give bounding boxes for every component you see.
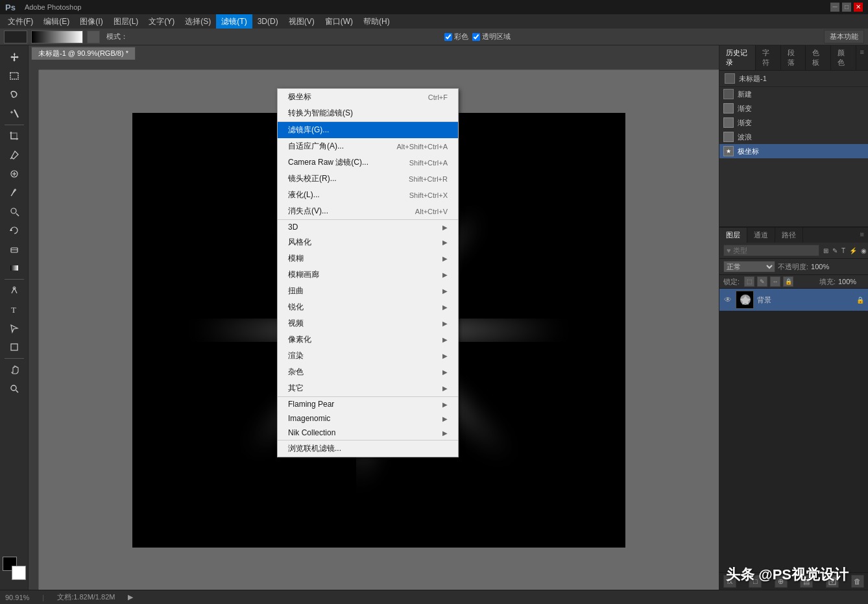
ps-logo: Ps xyxy=(5,3,16,12)
title-text: Adobe Photoshop xyxy=(25,3,81,11)
doc-size-arrow[interactable]: ▶ xyxy=(128,593,133,601)
lock-image-btn[interactable]: ✎ xyxy=(757,276,767,287)
lock-position-btn[interactable]: ↔ xyxy=(770,276,780,287)
panel-options-button[interactable]: ≡ xyxy=(856,45,868,70)
filter-convert-smart[interactable]: 转换为智能滤镜(S) xyxy=(278,105,458,121)
svg-point-15 xyxy=(11,385,16,391)
menu-image[interactable]: 图像(I) xyxy=(75,14,108,29)
filter-pixelate[interactable]: 像素化 ▶ xyxy=(278,332,458,348)
pen-tool[interactable] xyxy=(3,282,26,300)
menu-view[interactable]: 视图(V) xyxy=(283,14,320,29)
filter-sharpen[interactable]: 锐化 ▶ xyxy=(278,299,458,315)
menu-select[interactable]: 选择(S) xyxy=(180,14,216,29)
canvas-viewport[interactable]: 极坐标 Ctrl+F 转换为智能滤镜(S) 滤镜库(G)... 自 xyxy=(29,60,719,590)
menu-3d[interactable]: 3D(D) xyxy=(252,14,283,29)
filter-3d[interactable]: 3D ▶ xyxy=(278,220,458,234)
selection-tool[interactable] xyxy=(3,67,26,85)
minimize-button[interactable]: ─ xyxy=(830,3,839,12)
opacity-value[interactable]: 100% xyxy=(811,263,837,271)
document-tab[interactable]: 未标题-1 @ 90.9%(RGB/8) * xyxy=(31,47,136,60)
history-item-new[interactable]: 新建 xyxy=(719,87,868,101)
filter-gallery[interactable]: 滤镜库(G)... xyxy=(278,122,458,138)
fill-value[interactable]: 100% xyxy=(838,278,864,285)
transparency-checkbox[interactable]: 透明区域 xyxy=(472,32,511,42)
filter-stylize[interactable]: 风格化 ▶ xyxy=(278,234,458,250)
lasso-tool[interactable] xyxy=(3,86,26,104)
close-button[interactable]: ✕ xyxy=(854,3,863,12)
filter-blur-gallery[interactable]: 模糊画廊 ▶ xyxy=(278,267,458,283)
svg-rect-11 xyxy=(10,265,18,271)
menu-type[interactable]: 文字(Y) xyxy=(143,14,180,29)
tab-channels[interactable]: 通道 xyxy=(747,228,775,243)
layer-delete-btn[interactable]: 🗑 xyxy=(851,575,864,588)
crop-tool[interactable] xyxy=(3,127,26,145)
brush-tool[interactable] xyxy=(3,184,26,202)
tab-character[interactable]: 字符 xyxy=(756,45,781,70)
layer-visibility-icon[interactable]: 👁 xyxy=(723,295,732,304)
healing-tool[interactable] xyxy=(3,165,26,183)
filter-polar-coordinates-recent[interactable]: 极坐标 Ctrl+F xyxy=(278,89,458,105)
window-controls[interactable]: ─ □ ✕ xyxy=(830,3,863,12)
layers-options-button[interactable]: ≡ xyxy=(856,228,868,243)
history-brush-tool[interactable] xyxy=(3,221,26,239)
filter-adaptive-wide[interactable]: 自适应广角(A)... Alt+Shift+Ctrl+A xyxy=(278,138,458,154)
filter-lens-correction[interactable]: 镜头校正(R)... Shift+Ctrl+R xyxy=(278,171,458,187)
layer-filter-icon2[interactable]: ✎ xyxy=(831,247,839,254)
menu-help[interactable]: 帮助(H) xyxy=(358,14,395,29)
menu-window[interactable]: 窗口(W) xyxy=(320,14,358,29)
maximize-button[interactable]: □ xyxy=(842,3,851,12)
layer-filter-icon1[interactable]: ⊞ xyxy=(822,247,830,254)
lock-transparent-btn[interactable]: ⬚ xyxy=(744,276,754,287)
filter-liquify[interactable]: 液化(L)... Shift+Ctrl+X xyxy=(278,187,458,203)
menu-layer[interactable]: 图层(L) xyxy=(108,14,144,29)
tab-paragraph[interactable]: 段落 xyxy=(781,45,806,70)
magic-wand-tool[interactable] xyxy=(3,104,26,123)
filter-distort[interactable]: 扭曲 ▶ xyxy=(278,283,458,299)
eyedropper-tool[interactable] xyxy=(3,146,26,164)
tab-swatches[interactable]: 色板 xyxy=(806,45,831,70)
filter-blur[interactable]: 模糊 ▶ xyxy=(278,250,458,267)
menu-edit[interactable]: 编辑(E) xyxy=(38,14,75,29)
layers-search-input[interactable] xyxy=(723,245,819,256)
gradient-tool[interactable] xyxy=(3,259,26,277)
filter-nik-collection[interactable]: Nik Collection ▶ xyxy=(278,426,458,440)
shape-tool[interactable] xyxy=(3,338,26,356)
color-checkbox[interactable]: 彩色 xyxy=(444,32,468,42)
tab-paths[interactable]: 路径 xyxy=(775,228,803,243)
layer-filter-icon5[interactable]: ◉ xyxy=(860,247,868,254)
clone-stamp-tool[interactable] xyxy=(3,202,26,221)
layer-filter-icon4[interactable]: ⚡ xyxy=(848,247,858,254)
tab-layers[interactable]: 图层 xyxy=(719,228,747,243)
menu-filter[interactable]: 滤镜(T) xyxy=(216,14,252,29)
layer-row-background[interactable]: 👁 背景 🔒 xyxy=(719,289,868,311)
blend-mode-select[interactable]: 正常 xyxy=(723,261,775,272)
history-item-wave[interactable]: 波浪 xyxy=(719,130,868,144)
filter-render[interactable]: 渲染 ▶ xyxy=(278,348,458,364)
tab-history[interactable]: 历史记录 xyxy=(719,45,756,70)
mode-label: 模式： xyxy=(104,32,130,42)
move-tool[interactable] xyxy=(3,48,26,66)
lock-label: 锁定: xyxy=(723,277,740,287)
menu-file[interactable]: 文件(F) xyxy=(3,14,38,29)
filter-menu-section5: 浏览联机滤镜... xyxy=(278,441,458,457)
path-select-tool[interactable] xyxy=(3,319,26,337)
filter-browse-online[interactable]: 浏览联机滤镜... xyxy=(278,441,458,457)
filter-vanishing-point[interactable]: 消失点(V)... Alt+Ctrl+V xyxy=(278,203,458,219)
eraser-tool[interactable] xyxy=(3,240,26,258)
preset-selector[interactable]: 基本功能 xyxy=(824,30,864,43)
tab-color[interactable]: 颜色 xyxy=(831,45,856,70)
type-tool[interactable]: T xyxy=(3,300,26,319)
zoom-tool[interactable] xyxy=(3,380,26,398)
filter-noise[interactable]: 杂色 ▶ xyxy=(278,364,458,380)
history-item-gradient2[interactable]: 渐变 xyxy=(719,115,868,130)
filter-flaming-pear[interactable]: Flaming Pear ▶ xyxy=(278,397,458,411)
history-item-gradient1[interactable]: 渐变 xyxy=(719,101,868,115)
filter-other[interactable]: 其它 ▶ xyxy=(278,380,458,396)
lock-all-btn[interactable]: 🔒 xyxy=(783,276,793,287)
filter-imagenomic[interactable]: Imagenomic ▶ xyxy=(278,411,458,426)
layer-filter-icon3[interactable]: T xyxy=(840,247,847,254)
hand-tool[interactable] xyxy=(3,361,26,379)
history-item-polar[interactable]: ★ 极坐标 xyxy=(719,144,868,158)
filter-video[interactable]: 视频 ▶ xyxy=(278,315,458,332)
filter-camera-raw[interactable]: Camera Raw 滤镜(C)... Shift+Ctrl+A xyxy=(278,154,458,171)
